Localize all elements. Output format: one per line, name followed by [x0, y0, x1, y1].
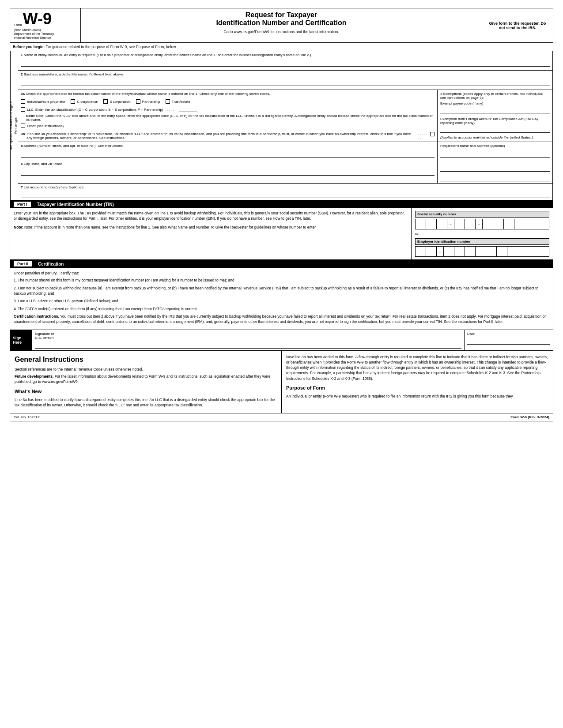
requester-section: Requester's name and address (optional): [438, 142, 552, 160]
sign-fields: Signature of U.S. person Date: [32, 330, 553, 350]
cb-llc-row[interactable]: LLC. Enter the tax classification (C = C…: [21, 107, 435, 112]
field-7-input[interactable]: [21, 191, 550, 198]
applies-text: (Applies to accounts maintained outside …: [440, 135, 550, 139]
cb-other-box[interactable]: [21, 124, 25, 128]
ein-cell-3[interactable]: [444, 247, 454, 256]
cb-c-corp[interactable]: C corporation: [71, 99, 98, 104]
llc-input[interactable]: [179, 107, 197, 112]
part-1-right: Social security number – –: [412, 208, 553, 259]
general-right: New line 3b has been added to this form.…: [282, 351, 553, 413]
field-5-input[interactable]: [21, 150, 435, 158]
ssn-cell-8[interactable]: [504, 219, 514, 229]
title-url: Go to www.irs.gov/FormW9 for instruction…: [85, 30, 477, 34]
field-3a-num: 3a: [21, 92, 25, 96]
general-instructions-section: General Instructions Section references …: [10, 351, 553, 414]
purpose-title: Purpose of Form: [286, 385, 548, 392]
cb-individual-box[interactable]: [21, 99, 25, 104]
row-3a: 3a Check the appropriate box for federal…: [18, 90, 552, 142]
ein-input-grid[interactable]: –: [415, 246, 549, 257]
purpose-text: An individual or entity (Form W-9 reques…: [286, 394, 548, 399]
footer-bar: Cat. No. 10231X Form W-9 (Rev. 3-2024): [10, 413, 553, 421]
part-1-wrapper: Part I Taxpayer Identification Number (T…: [10, 200, 553, 260]
ssn-cell-6[interactable]: [483, 219, 493, 229]
cb-partnership-box[interactable]: [136, 99, 140, 104]
cb-individual[interactable]: Individual/sole proprietor: [21, 99, 65, 104]
ein-cell-1[interactable]: [416, 247, 426, 256]
irs-label: Internal Revenue Service: [14, 36, 77, 40]
fatca-input[interactable]: [440, 127, 550, 133]
give-form-text: Give form to the requester. Do not send …: [482, 8, 553, 42]
field-6-input[interactable]: [21, 168, 435, 176]
form-fields: 1 Name of entity/individual. An entry is…: [18, 51, 553, 200]
date-line[interactable]: [467, 336, 550, 345]
cat-no: Cat. No. 10231X: [14, 415, 40, 419]
cb-c-corp-box[interactable]: [71, 99, 75, 104]
ein-cell-4[interactable]: [454, 247, 465, 256]
part-2-title: Certification: [38, 262, 64, 266]
signature-of-label: Signature of: [35, 332, 461, 336]
field-1-text: Name of entity/individual. An entry is r…: [24, 53, 311, 57]
date-field[interactable]: Date: [465, 330, 553, 350]
ein-cell-7[interactable]: [486, 247, 497, 256]
exemptions-section: 4 Exemptions (codes apply only to certai…: [438, 90, 552, 142]
cb-partnership[interactable]: Partnership: [136, 99, 160, 104]
cb-trust[interactable]: Trust/estate: [166, 99, 190, 104]
ssn-input-grid[interactable]: – –: [415, 219, 549, 229]
cert-item-4: 4. The FATCA code(s) entered on this for…: [14, 306, 549, 311]
main-form-body: See Specific Instructions on page 3. Pri…: [10, 51, 553, 200]
whats-new-title: What's New: [15, 388, 277, 395]
ein-cell-6[interactable]: [476, 247, 486, 256]
part-2-header: Part II Certification: [10, 260, 553, 268]
cb-other-label: Other (see instructions): [27, 124, 64, 128]
signature-line[interactable]: [35, 340, 461, 349]
requester-addr-input2[interactable]: [440, 173, 550, 181]
row-6: 6 City, state, and ZIP code: [18, 160, 552, 184]
part-1-note-text: Note: If the account is in more than one…: [24, 225, 317, 229]
cb-other[interactable]: Other (see instructions): [21, 124, 435, 128]
field-7-row: 7 List account number(s) here (optional): [18, 184, 552, 200]
cb-s-corp[interactable]: S corporation: [103, 99, 131, 104]
note-3a-text: Note: Check the "LLC" box above and, in …: [26, 114, 433, 122]
field-7-label: 7 List account number(s) here (optional): [21, 185, 550, 189]
cb-trust-box[interactable]: [166, 99, 170, 104]
ssn-cell-4[interactable]: [454, 219, 465, 229]
form-header-left: Form W-9 (Rev. March 2024) Department of…: [10, 8, 81, 42]
part-1-title: Taxpayer Identification Number (TIN): [37, 202, 114, 207]
ssn-cell-1[interactable]: [416, 219, 426, 229]
exemptions-label: 4 Exemptions (codes apply only to certai…: [440, 92, 550, 100]
date-label: Date: [467, 332, 550, 336]
ssn-cell-2[interactable]: [426, 219, 437, 229]
ein-cell-5[interactable]: [465, 247, 476, 256]
ssn-cell-3[interactable]: [437, 219, 447, 229]
cb-llc-box[interactable]: [21, 107, 25, 112]
ein-cell-8[interactable]: [497, 247, 507, 256]
cb-s-corp-box[interactable]: [103, 99, 108, 104]
cb-3b-box[interactable]: [430, 132, 435, 136]
requester-addr-input[interactable]: [440, 164, 550, 172]
ssn-cell-5[interactable]: [465, 219, 476, 229]
before-begin-text: For guidance related to the purpose of F…: [45, 45, 177, 49]
field-6-label: 6 City, state, and ZIP code: [21, 162, 435, 166]
requester-input[interactable]: [440, 150, 550, 158]
cert-instructions-label: Certification instructions.: [14, 314, 59, 319]
part-1-note: Note: Note: If the account is in more th…: [14, 225, 408, 230]
exempt-payee-input[interactable]: [440, 107, 550, 113]
part-2-section: Part II Certification Under penalties of…: [10, 260, 553, 351]
field-6-text: City, state, and ZIP code: [24, 162, 62, 166]
ssn-dash-1: –: [447, 219, 454, 229]
ssn-cell-7[interactable]: [493, 219, 504, 229]
before-begin-section: Before you begin. For guidance related t…: [10, 43, 553, 51]
field-3a-text: Check the appropriate box for federal ta…: [26, 92, 270, 96]
field-5-label: 5 Address (number, street, and apt. or s…: [21, 144, 435, 148]
field-1-input-line[interactable]: [21, 60, 550, 67]
field-6-right: [438, 160, 552, 183]
ein-cell-2[interactable]: [426, 247, 437, 256]
ein-cell-9[interactable]: [507, 247, 518, 256]
cert-item-2: 2. I am not subject to backup withholdin…: [14, 285, 549, 296]
field-2-input-line[interactable]: [21, 79, 550, 86]
rev-label: (Rev. March 2024): [14, 28, 77, 32]
signature-field[interactable]: Signature of U.S. person: [32, 330, 465, 350]
cb-c-corp-label: C corporation: [77, 100, 98, 104]
ssn-cell-9[interactable]: [514, 219, 525, 229]
field-1-row: 1 Name of entity/individual. An entry is…: [18, 51, 552, 71]
